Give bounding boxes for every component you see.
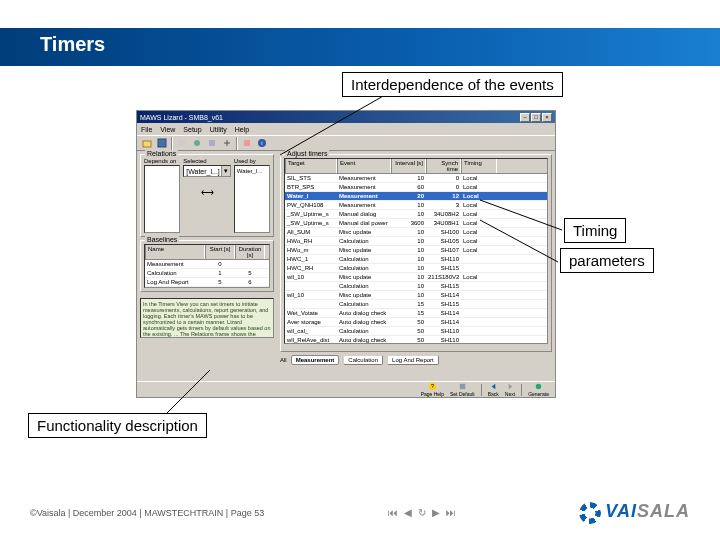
callout-timing: Timing bbox=[564, 218, 626, 243]
nav-next-icon[interactable]: ▶ bbox=[432, 507, 440, 518]
svg-rect-14 bbox=[460, 384, 465, 389]
menu-help[interactable]: Help bbox=[235, 126, 249, 133]
callout-functionality: Functionality description bbox=[28, 413, 207, 438]
table-row[interactable]: Wet_VotateAuto dialog check15SH114 bbox=[285, 309, 547, 318]
table-row[interactable]: _SW_Uptime_sManual dialog1034U08H2Local bbox=[285, 210, 547, 219]
toolbar-icon[interactable] bbox=[220, 137, 234, 150]
header-band bbox=[0, 28, 720, 66]
footer-nav: ⏮ ◀ ↻ ▶ ⏭ bbox=[388, 507, 456, 518]
timers-title: Adjust timers bbox=[285, 150, 329, 157]
table-row[interactable]: HWo_RHCalculation10SH105Local bbox=[285, 237, 547, 246]
table-row[interactable]: HWC_1Calculation10SH110 bbox=[285, 255, 547, 264]
table-row[interactable]: Calculation15SH115 bbox=[285, 300, 547, 309]
table-row[interactable]: All_SUMMisc update10SH100Local bbox=[285, 228, 547, 237]
vaisala-logo: VAISALA bbox=[579, 501, 690, 524]
table-row[interactable]: HWo_mMisc update10SH107Local bbox=[285, 246, 547, 255]
menu-setup[interactable]: Setup bbox=[183, 126, 201, 133]
set-default-button[interactable]: Set Default bbox=[450, 382, 475, 397]
table-row[interactable]: BTR_SPSMeasurement600Local bbox=[285, 183, 547, 192]
app-window: MAWS Lizard - SMB8_v61 – □ × File View S… bbox=[136, 110, 556, 398]
selected-dropdown[interactable]: [Water_l...] ▼ bbox=[183, 165, 231, 177]
relations-title: Relations bbox=[145, 150, 178, 157]
link-icon: ⟷ bbox=[183, 187, 231, 197]
close-button[interactable]: × bbox=[542, 113, 552, 122]
description-box: In the Timers View you can set timers to… bbox=[140, 298, 274, 338]
table-row[interactable]: SIL_STSMeasurement100Local bbox=[285, 174, 547, 183]
svg-rect-5 bbox=[158, 139, 166, 147]
table-row[interactable]: Water_lMeasurement2012Local bbox=[285, 192, 547, 201]
slide-footer: ©Vaisala | December 2004 | MAWSTECHTRAIN… bbox=[30, 501, 690, 524]
svg-rect-6 bbox=[179, 140, 185, 146]
nav-refresh-icon[interactable]: ↻ bbox=[418, 507, 426, 518]
toolbar-save-icon[interactable] bbox=[155, 137, 169, 150]
svg-rect-8 bbox=[209, 140, 215, 146]
menu-utility[interactable]: Utility bbox=[210, 126, 227, 133]
nav-last-icon[interactable]: ⏭ bbox=[446, 507, 456, 518]
toolbar-open-icon[interactable] bbox=[140, 137, 154, 150]
tab-calculation[interactable]: Calculation bbox=[343, 355, 383, 365]
relations-group: Relations Depends on Selected [Water_l..… bbox=[140, 154, 274, 237]
table-row[interactable]: wll_cal_Calculation50SH110 bbox=[285, 327, 547, 336]
minimize-button[interactable]: – bbox=[520, 113, 530, 122]
logo-icon bbox=[579, 502, 601, 524]
table-row[interactable]: PW_QNH108Measurement103Local bbox=[285, 201, 547, 210]
toolbar-icon[interactable] bbox=[175, 137, 189, 150]
menu-file[interactable]: File bbox=[141, 126, 152, 133]
table-row[interactable]: HWC_RHCalculation10SH115 bbox=[285, 264, 547, 273]
tabs-label: All bbox=[280, 357, 287, 363]
depends-on-list[interactable] bbox=[144, 165, 180, 233]
baselines-title: Baselines bbox=[145, 236, 179, 243]
callout-parameters: parameters bbox=[560, 248, 654, 273]
menu-view[interactable]: View bbox=[160, 126, 175, 133]
svg-point-15 bbox=[536, 384, 541, 389]
baselines-group: Baselines Name Start [s] Duration [s] Me… bbox=[140, 240, 274, 292]
nav-first-icon[interactable]: ⏮ bbox=[388, 507, 398, 518]
table-row[interactable]: Calculation15 bbox=[145, 269, 269, 278]
maximize-button[interactable]: □ bbox=[531, 113, 541, 122]
table-row[interactable]: wll_10Misc update10SH114 bbox=[285, 291, 547, 300]
titlebar[interactable]: MAWS Lizard - SMB8_v61 – □ × bbox=[137, 111, 555, 123]
svg-point-7 bbox=[194, 140, 200, 146]
back-button[interactable]: Back bbox=[488, 382, 499, 397]
bottom-bar: ?Page Help Set Default Back Next Generat… bbox=[137, 381, 555, 397]
tab-measurement[interactable]: Measurement bbox=[291, 355, 340, 365]
timers-group: Adjust timers Target Event Interval [s] … bbox=[280, 154, 552, 352]
chevron-down-icon: ▼ bbox=[221, 166, 230, 176]
svg-rect-9 bbox=[244, 140, 250, 146]
table-row[interactable]: Aver storageAuto dialog check50SH114 bbox=[285, 318, 547, 327]
slide-title: Timers bbox=[40, 33, 105, 56]
footer-text: ©Vaisala | December 2004 | MAWSTECHTRAIN… bbox=[30, 508, 264, 518]
used-by-list[interactable]: Water_l... bbox=[234, 165, 270, 233]
callout-interdependence: Interdependence of the events bbox=[342, 72, 563, 97]
tab-log-report[interactable]: Log And Report bbox=[387, 355, 439, 365]
table-row[interactable]: Calculation10SH115 bbox=[285, 282, 547, 291]
toolbar: i bbox=[137, 135, 555, 151]
tabs-row: All Measurement Calculation Log And Repo… bbox=[280, 355, 552, 365]
table-row[interactable]: wll_RelAve_distAuto dialog check50SH110 bbox=[285, 336, 547, 344]
svg-text:i: i bbox=[261, 140, 262, 146]
toolbar-icon[interactable] bbox=[190, 137, 204, 150]
table-row[interactable]: _SW_Uptime_sManual dial power360034U08H1… bbox=[285, 219, 547, 228]
nav-prev-icon[interactable]: ◀ bbox=[404, 507, 412, 518]
titlebar-text: MAWS Lizard - SMB8_v61 bbox=[140, 114, 223, 121]
table-row[interactable]: Log And Report56 bbox=[145, 278, 269, 287]
svg-text:?: ? bbox=[431, 383, 434, 389]
table-row[interactable]: Measurement0 bbox=[145, 260, 269, 269]
svg-rect-4 bbox=[143, 141, 151, 147]
toolbar-icon[interactable] bbox=[205, 137, 219, 150]
toolbar-help-icon[interactable]: i bbox=[255, 137, 269, 150]
toolbar-icon[interactable] bbox=[240, 137, 254, 150]
table-row[interactable]: wll_10Misc update10211S180V2Local bbox=[285, 273, 547, 282]
next-button[interactable]: Next bbox=[505, 382, 515, 397]
menubar: File View Setup Utility Help bbox=[137, 123, 555, 135]
page-help-button[interactable]: ?Page Help bbox=[421, 382, 444, 397]
generate-button[interactable]: Generate bbox=[528, 382, 549, 397]
